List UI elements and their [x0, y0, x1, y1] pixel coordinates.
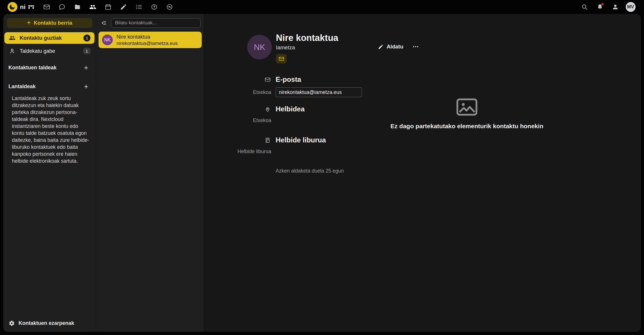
contact-avatar-initials: NK	[254, 43, 265, 52]
calendar-app-icon[interactable]	[101, 0, 116, 14]
talk-app-icon[interactable]	[54, 0, 70, 14]
contact-groups-header: Kontaktuen taldeak +	[7, 62, 91, 73]
email-section: E-posta Etxekoa	[204, 75, 436, 97]
contact-item-name: Nire kontaktua	[117, 34, 178, 40]
app-shell: + Kontaktu berria Kontaktu guztiak 1 Tal…	[3, 14, 641, 332]
help-app-icon[interactable]	[147, 0, 162, 14]
sidebar-item-all-contacts[interactable]: Kontaktu guztiak 1	[4, 32, 94, 44]
contacts-app-icon[interactable]	[85, 0, 101, 14]
sidebar-item-ungrouped[interactable]: Taldekatu gabe 1	[4, 45, 94, 57]
contact-list-pane: NK Nire kontaktua nirekontaktua@iametza.…	[96, 14, 204, 332]
contact-list-item[interactable]: NK Nire kontaktua nirekontaktua@iametza.…	[99, 32, 202, 48]
dots-horizontal-icon	[412, 43, 419, 50]
teams-title: Lantaldeak	[8, 84, 36, 90]
notifications-icon[interactable]	[592, 0, 607, 14]
sidebar-nav: Kontaktu guztiak 1 Taldekatu gabe 1	[3, 32, 96, 57]
map-pin-icon	[265, 106, 271, 112]
logo-pixels-icon	[28, 5, 34, 9]
addressbook-section: Helbide liburua Helbide liburua	[204, 136, 436, 155]
collapse-list-icon[interactable]	[99, 18, 109, 28]
address-type-label: Etxekoa	[253, 117, 271, 124]
email-icon	[279, 56, 284, 62]
contact-actions: Aldatu	[374, 41, 422, 52]
email-value-input[interactable]	[276, 87, 362, 97]
contacts-sidebar: + Kontaktu berria Kontaktu guztiak 1 Tal…	[3, 14, 96, 332]
sidebar-item-label: Taldekatu gabe	[20, 48, 79, 54]
last-modified-text: Azken aldaketa duela 25 egun	[276, 168, 344, 174]
sidebar-item-label: Kontaktu guztiak	[20, 35, 79, 41]
contact-organization: Iametza	[276, 44, 338, 51]
teams-description: Lantaldeak zuk zeuk sortu ditzakezun eta…	[12, 95, 90, 164]
logo-text: ni	[20, 3, 26, 10]
add-team-button[interactable]: +	[81, 82, 91, 91]
new-contact-button[interactable]: + Kontaktu berria	[7, 18, 92, 28]
teams-header: Lantaldeak +	[7, 81, 91, 92]
search-contacts-input[interactable]	[111, 18, 201, 28]
contact-list-toolbar	[99, 18, 201, 28]
topbar-right: MV	[577, 0, 638, 14]
addressbook-label: Helbide liburua	[237, 149, 271, 155]
more-actions-button[interactable]	[409, 41, 422, 52]
user-initials: MV	[626, 2, 636, 12]
tasks-app-icon[interactable]	[131, 0, 147, 14]
send-email-button[interactable]	[276, 54, 287, 64]
contact-header: NK Nire kontaktua Iametza	[247, 35, 338, 64]
ungrouped-count-badge: 1	[83, 48, 90, 54]
notes-app-icon[interactable]	[116, 0, 131, 14]
email-type-label: Etxekoa	[253, 89, 271, 95]
add-group-button[interactable]: +	[81, 63, 91, 73]
activity-app-icon[interactable]	[162, 0, 177, 14]
shares-empty-state: Ez dago partekatutako elementurik kontak…	[386, 98, 548, 130]
app-logo[interactable]: ni	[8, 2, 34, 12]
user-avatar[interactable]: MV	[623, 0, 638, 14]
contacts-settings-label: Kontaktuen ezarpenak	[19, 320, 74, 326]
new-contact-label: Kontaktu berria	[34, 20, 72, 26]
email-icon	[265, 77, 271, 83]
search-icon[interactable]	[577, 0, 592, 14]
person-icon	[9, 48, 15, 54]
contacts-group-icon	[9, 35, 15, 41]
pencil-icon	[378, 44, 383, 50]
mail-app-icon[interactable]	[39, 0, 54, 14]
contact-avatar-large[interactable]: NK	[247, 35, 272, 59]
all-contacts-count-badge: 1	[83, 35, 90, 41]
notification-dot	[601, 3, 604, 6]
edit-button-label: Aldatu	[387, 44, 403, 50]
gear-icon	[9, 320, 15, 326]
logo-icon	[8, 2, 17, 12]
shares-empty-text: Ez dago partekatutako elementurik kontak…	[390, 123, 543, 130]
addressbook-section-title: Helbide liburua	[276, 136, 432, 144]
files-app-icon[interactable]	[70, 0, 85, 14]
contact-groups-title: Kontaktuen taldeak	[8, 65, 57, 71]
contacts-menu-icon[interactable]	[607, 0, 623, 14]
edit-contact-button[interactable]: Aldatu	[374, 41, 407, 52]
contacts-settings-button[interactable]: Kontaktuen ezarpenak	[7, 317, 92, 329]
contact-details-pane: NK Nire kontaktua Iametza Aldatu	[204, 14, 641, 332]
email-section-title: E-posta	[276, 75, 432, 84]
contact-name: Nire kontaktua	[276, 33, 338, 43]
book-icon	[265, 137, 271, 143]
image-icon	[456, 98, 478, 116]
contact-item-email: nirekontaktua@iametza.eus	[117, 40, 178, 46]
app-menu	[39, 0, 177, 14]
contact-avatar-small: NK	[102, 35, 113, 45]
plus-icon: +	[27, 19, 31, 26]
topbar: ni	[0, 0, 644, 14]
